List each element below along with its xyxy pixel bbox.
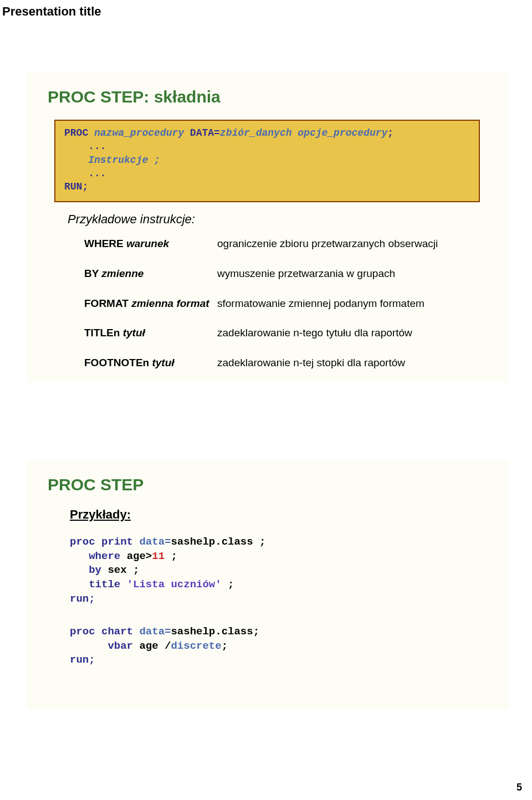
kw-run: RUN;: [64, 181, 88, 192]
indent: [64, 155, 88, 166]
def-row: BY zmienne wymuszenie przetwarzania w gr…: [84, 266, 491, 281]
def-row: FORMAT zmienna format sformatowanie zmie…: [84, 296, 491, 311]
code-line: PROC nazwa_procedury DATA=zbiór_danych o…: [64, 126, 470, 140]
def-desc: zadeklarowanie n-tego tytułu dla raportó…: [217, 326, 491, 340]
arg-proc-name: nazwa_procedury: [94, 127, 190, 139]
slide-proc-step-examples: PROC STEP Przykłady: proc print data=sas…: [27, 460, 509, 709]
slide1-heading: PROC STEP: składnia: [48, 88, 491, 106]
def-term: FORMAT zmienna format: [84, 296, 217, 311]
example-code-2: proc chart data=sashelp.class; vbar age …: [70, 625, 491, 668]
def-row: TITLEn tytuł zadeklarowanie n-tego tytuł…: [84, 326, 491, 340]
kw-proc: PROC: [64, 127, 94, 139]
slide2-heading: PROC STEP: [48, 475, 491, 494]
dots: ...: [64, 168, 106, 179]
slide-proc-step-syntax: PROC STEP: składnia PROC nazwa_procedury…: [27, 72, 509, 382]
def-term: FOOTNOTEn tytuł: [84, 356, 217, 370]
example-code-1: proc print data=sashelp.class ; where ag…: [70, 535, 491, 606]
def-desc: sformatowanie zmiennej podanym formatem: [217, 296, 491, 311]
slide1-subheading: Przykładowe instrukcje:: [68, 212, 491, 227]
definition-list: WHERE warunek ograniczenie zbioru przetw…: [84, 237, 491, 370]
def-row: FOOTNOTEn tytuł zadeklarowanie n-tej sto…: [84, 356, 491, 370]
code-line: Instrukcje ;: [64, 153, 470, 167]
def-term: WHERE warunek: [84, 237, 217, 251]
def-term: BY zmienne: [84, 266, 217, 281]
page-number: 5: [516, 782, 522, 793]
def-desc: ograniczenie zbioru przetwarzanych obser…: [217, 237, 491, 251]
semi: ;: [387, 127, 393, 139]
examples-subheading: Przykłady:: [70, 507, 491, 522]
code-line: ...: [64, 140, 470, 153]
def-term: TITLEn tytuł: [84, 326, 217, 340]
code-line: ...: [64, 167, 470, 180]
arg-instructions: Instrukcje ;: [88, 155, 160, 166]
kw-data: DATA=: [190, 127, 220, 139]
arg-data: zbiór_danych opcje_procedury: [220, 127, 387, 139]
syntax-code-box: PROC nazwa_procedury DATA=zbiór_danych o…: [54, 120, 480, 202]
def-row: WHERE warunek ograniczenie zbioru przetw…: [84, 237, 491, 251]
def-desc: wymuszenie przetwarzania w grupach: [217, 266, 491, 281]
dots: ...: [64, 141, 106, 152]
def-desc: zadeklarowanie n-tej stopki dla raportów: [217, 356, 491, 370]
presentation-title: Presentation title: [2, 4, 101, 19]
code-line: RUN;: [64, 180, 470, 193]
